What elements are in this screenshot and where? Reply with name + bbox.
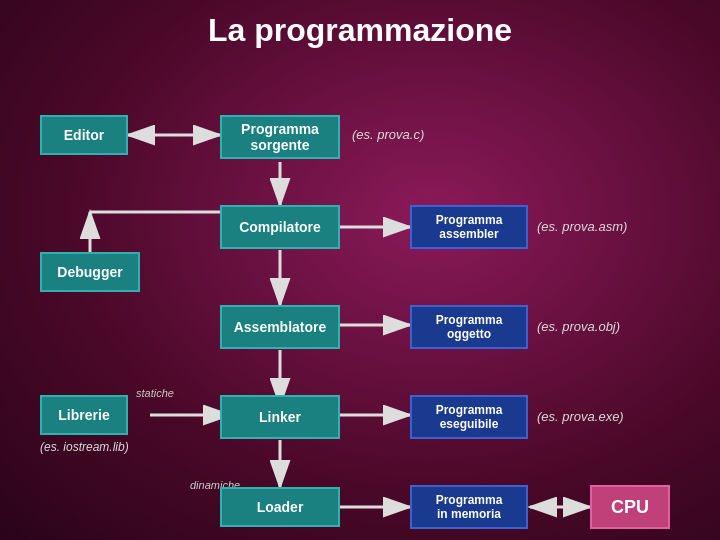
prova-exe-label: (es. prova.exe) xyxy=(537,409,624,424)
debugger-box: Debugger xyxy=(40,252,140,292)
linker-box: Linker xyxy=(220,395,340,439)
page-title: La programmazione xyxy=(0,0,720,57)
editor-box: Editor xyxy=(40,115,128,155)
iostream-lib-label: (es. iostream.lib) xyxy=(40,440,129,454)
compilatore-box: Compilatore xyxy=(220,205,340,249)
cpu-box: CPU xyxy=(590,485,670,529)
page: La programmazione xyxy=(0,0,720,540)
programma-assembler-box: Programma assembler xyxy=(410,205,528,249)
assemblatore-box: Assemblatore xyxy=(220,305,340,349)
librerie-box: Librerie xyxy=(40,395,128,435)
programma-oggetto-box: Programma oggetto xyxy=(410,305,528,349)
prova-c-label: (es. prova.c) xyxy=(352,127,424,142)
programma-in-memoria-box: Programma in memoria xyxy=(410,485,528,529)
programma-eseguibile-box: Programma eseguibile xyxy=(410,395,528,439)
prova-asm-label: (es. prova.asm) xyxy=(537,219,627,234)
loader-box: Loader xyxy=(220,487,340,527)
prova-obj-label: (es. prova.obj) xyxy=(537,319,620,334)
statiche-label: statiche xyxy=(136,387,174,399)
programma-sorgente-box: Programma sorgente xyxy=(220,115,340,159)
diagram: Editor Programma sorgente (es. prova.c) … xyxy=(0,57,720,540)
